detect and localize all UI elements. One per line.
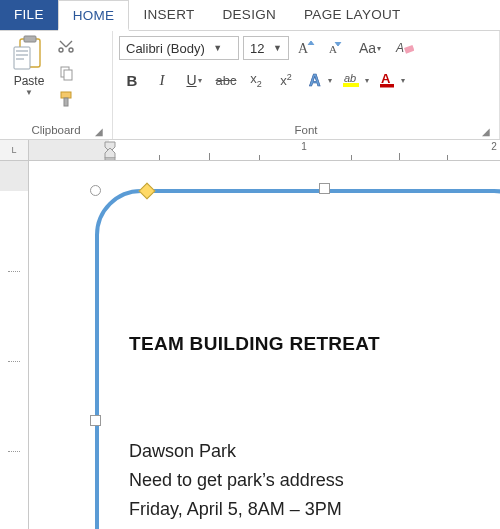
copy-button[interactable] [56, 63, 76, 83]
document-line-3[interactable]: Friday, April 5, 8AM – 3PM [129, 499, 342, 520]
brush-icon [58, 91, 74, 107]
ruler-label-1: 1 [301, 141, 307, 152]
tab-home[interactable]: HOME [58, 0, 130, 31]
svg-rect-1 [24, 36, 36, 42]
superscript-button[interactable]: x2 [273, 68, 299, 92]
document-line-2[interactable]: Need to get park’s address [129, 470, 344, 491]
ruler-vertical[interactable] [0, 161, 29, 529]
highlight-button[interactable]: ab▾ [339, 68, 371, 92]
svg-rect-7 [64, 70, 72, 80]
svg-text:A: A [395, 41, 404, 55]
svg-rect-18 [380, 84, 394, 88]
font-color-button[interactable]: A▾ [375, 68, 407, 92]
svg-rect-16 [343, 83, 359, 87]
svg-text:A: A [329, 43, 337, 55]
group-font: Calibri (Body) ▼ 12 ▼ A A Aa▾ A [113, 31, 500, 139]
tab-selector[interactable]: L [0, 140, 29, 160]
tab-file[interactable]: FILE [0, 0, 58, 30]
underline-button[interactable]: U▾ [179, 68, 209, 92]
chevron-down-icon: ▼ [211, 43, 225, 53]
grow-font-button[interactable]: A [293, 36, 319, 60]
svg-text:A: A [309, 72, 321, 89]
subscript-button[interactable]: x2 [243, 68, 269, 92]
font-name-value: Calibri (Body) [120, 41, 211, 56]
scissors-icon [58, 39, 74, 55]
document-line-1[interactable]: Dawson Park [129, 441, 236, 462]
bold-button[interactable]: B [119, 68, 145, 92]
italic-button[interactable]: I [149, 68, 175, 92]
cut-button[interactable] [56, 37, 76, 57]
shrink-font-icon: A [326, 39, 346, 57]
svg-rect-21 [105, 158, 115, 160]
chevron-down-icon: ▼ [270, 43, 284, 53]
strikethrough-button[interactable]: abc [213, 68, 239, 92]
svg-rect-8 [61, 92, 71, 98]
change-case-button[interactable]: Aa▾ [353, 36, 387, 60]
ruler-label-2: 2 [491, 141, 497, 152]
highlight-icon: ab [342, 71, 364, 89]
svg-text:A: A [381, 71, 391, 86]
paste-button[interactable]: Paste ▼ [6, 35, 52, 121]
eraser-icon: A [394, 39, 414, 57]
group-clipboard: Paste ▼ Clipboard ◢ [0, 31, 113, 139]
text-effects-icon: A [307, 71, 327, 89]
svg-rect-5 [16, 58, 24, 60]
font-color-icon: A [378, 71, 400, 89]
paste-label: Paste [14, 74, 45, 88]
tab-page-layout[interactable]: PAGE LAYOUT [290, 0, 415, 30]
font-size-combo[interactable]: 12 ▼ [243, 36, 289, 60]
font-launcher[interactable]: ◢ [479, 124, 493, 138]
clipboard-launcher[interactable]: ◢ [92, 124, 106, 138]
tab-insert[interactable]: INSERT [129, 0, 208, 30]
font-name-combo[interactable]: Calibri (Body) ▼ [119, 36, 239, 60]
indent-marker-hanging[interactable] [103, 148, 119, 160]
ribbon: Paste ▼ Clipboard ◢ [0, 31, 500, 140]
clear-formatting-button[interactable]: A [391, 36, 417, 60]
font-size-value: 12 [244, 41, 270, 56]
group-title-clipboard: Clipboard [31, 122, 80, 139]
document-area: TEAM BUILDING RETREAT Dawson Park Need t… [0, 161, 500, 529]
resize-handle-n[interactable] [319, 183, 330, 194]
page[interactable]: TEAM BUILDING RETREAT Dawson Park Need t… [29, 161, 500, 529]
format-painter-button[interactable] [56, 89, 76, 109]
svg-rect-4 [16, 54, 28, 56]
svg-text:A: A [298, 41, 309, 56]
document-heading[interactable]: TEAM BUILDING RETREAT [129, 333, 380, 355]
copy-icon [58, 65, 74, 81]
svg-marker-20 [105, 148, 115, 158]
svg-text:ab: ab [344, 72, 356, 84]
paste-dropdown-icon[interactable]: ▼ [25, 88, 33, 97]
tab-design[interactable]: DESIGN [208, 0, 290, 30]
group-title-font: Font [294, 122, 317, 139]
text-effects-button[interactable]: A▾ [303, 68, 335, 92]
svg-rect-9 [64, 98, 68, 106]
svg-rect-13 [404, 45, 414, 54]
svg-rect-3 [16, 50, 28, 52]
paste-icon [12, 35, 46, 73]
ribbon-tabs: FILE HOME INSERT DESIGN PAGE LAYOUT [0, 0, 500, 31]
grow-font-icon: A [296, 39, 316, 57]
resize-handle-nw[interactable] [90, 185, 101, 196]
ruler-horizontal[interactable]: L 1 2 [0, 140, 500, 161]
shrink-font-button[interactable]: A [323, 36, 349, 60]
resize-handle-w[interactable] [90, 415, 101, 426]
